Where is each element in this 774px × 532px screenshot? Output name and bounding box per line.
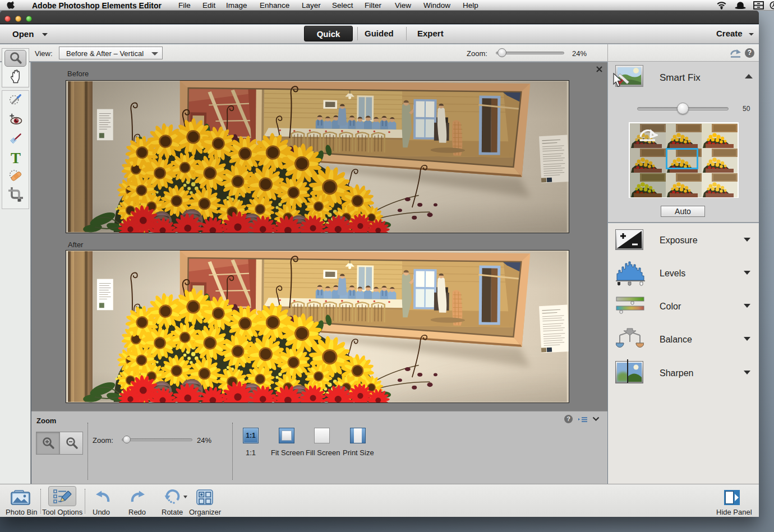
svg-text:T: T bbox=[11, 150, 21, 165]
